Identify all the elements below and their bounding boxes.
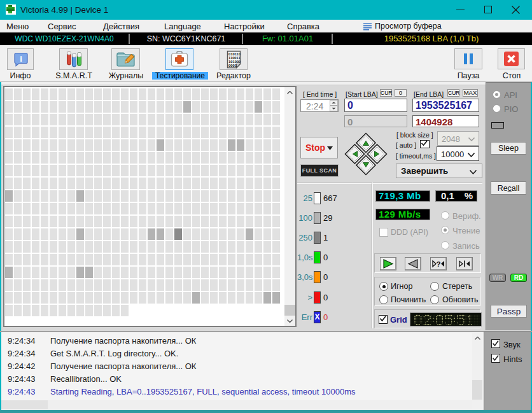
svg-text:0001: 0001: [228, 64, 237, 67]
svg-text:?: ?: [436, 260, 440, 268]
svg-text:i: i: [20, 54, 22, 64]
